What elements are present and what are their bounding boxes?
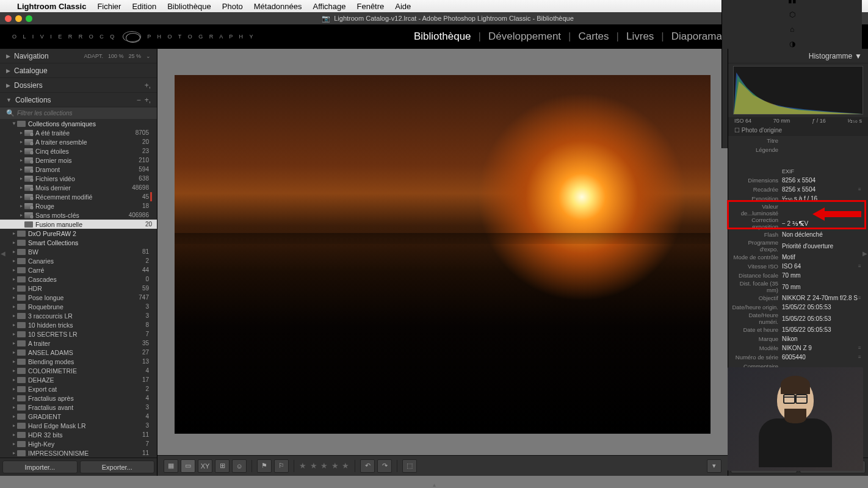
collections-filter-input[interactable] bbox=[17, 110, 151, 117]
tree-item[interactable]: ▸Export cat2 bbox=[0, 384, 157, 393]
menu-affichage[interactable]: Affichage bbox=[313, 2, 346, 11]
identity-plate[interactable]: O L I V I E R R O C Q P H O T O G R A P … bbox=[12, 31, 255, 42]
tree-item[interactable]: ▸Blending modes13 bbox=[0, 357, 157, 366]
chevron-down-icon[interactable]: ⌄ bbox=[146, 53, 151, 59]
status-icon[interactable]: ⌂ bbox=[790, 25, 794, 34]
flag-reject-icon[interactable]: ⚐ bbox=[274, 459, 289, 473]
tree-item[interactable]: ▸Récemment modifié45 bbox=[0, 192, 157, 201]
panel-catalogue[interactable]: ▶ Catalogue bbox=[0, 63, 157, 78]
tree-item[interactable]: ▸IMPRESSIONNISME11 bbox=[0, 448, 157, 458]
menu-edition[interactable]: Edition bbox=[132, 2, 156, 11]
loupe-view-icon[interactable]: ▭ bbox=[181, 459, 195, 473]
zoom-button[interactable] bbox=[26, 15, 32, 22]
tree-item[interactable]: ▸BW81 bbox=[0, 247, 157, 256]
minimize-button[interactable] bbox=[15, 15, 22, 22]
tree-item[interactable]: ▸A traiter35 bbox=[0, 339, 157, 348]
tree-item[interactable]: ▸10 hidden tricks8 bbox=[0, 320, 157, 329]
collections-search[interactable]: 🔍 bbox=[0, 107, 157, 119]
right-panel-toggle[interactable]: ▶ bbox=[862, 244, 868, 262]
tree-item-selected[interactable]: Fusion manuelle20 bbox=[0, 220, 157, 229]
remove-icon[interactable]: − bbox=[137, 96, 141, 104]
tree-item[interactable]: ▸High-Key7 bbox=[0, 439, 157, 448]
menu-fenetre[interactable]: Fenêtre bbox=[356, 2, 384, 11]
compare-view-icon[interactable]: XY bbox=[198, 459, 212, 473]
status-icon[interactable]: ◑ bbox=[789, 40, 795, 48]
module-diaporama[interactable]: Diaporama bbox=[671, 30, 722, 43]
tree-group[interactable]: ▼Collections dynamiques bbox=[0, 119, 157, 128]
tree-item[interactable]: ▸Hard Edge Mask LR3 bbox=[0, 421, 157, 430]
grid-view-icon[interactable]: ▦ bbox=[164, 459, 178, 473]
status-icon[interactable]: ▮▮ bbox=[788, 0, 797, 4]
rotate-right-icon[interactable]: ↷ bbox=[377, 459, 392, 473]
module-livres[interactable]: Livres bbox=[626, 30, 654, 43]
disclosure-icon[interactable]: ▶ bbox=[6, 53, 10, 59]
panel-navigation[interactable]: ▶ Navigation ADAPT. 100 % 25 % ⌄ bbox=[0, 49, 157, 63]
panel-histogram[interactable]: Histogramme ▼ bbox=[728, 49, 868, 63]
disclosure-icon[interactable]: ▼ bbox=[855, 52, 862, 60]
module-bibliotheque[interactable]: Bibliothèque bbox=[414, 30, 471, 43]
menu-aide[interactable]: Aide bbox=[395, 2, 411, 11]
tree-item[interactable]: ▸3 raccourcis LR3 bbox=[0, 311, 157, 320]
traffic-lights[interactable] bbox=[5, 15, 32, 22]
menu-photo[interactable]: Photo bbox=[222, 2, 243, 11]
sync-settings-icon[interactable]: ⬚ bbox=[402, 459, 417, 473]
tree-item[interactable]: ▸Mois dernier48698 bbox=[0, 183, 157, 192]
add-icon[interactable]: +, bbox=[145, 96, 151, 104]
toolbar-menu-icon[interactable]: ▾ bbox=[707, 459, 722, 473]
people-view-icon[interactable]: ☺ bbox=[232, 459, 247, 473]
app-menu[interactable]: Lightroom Classic bbox=[17, 2, 86, 11]
tree-item[interactable]: ▸ANSEL ADAMS27 bbox=[0, 348, 157, 357]
export-button[interactable]: Exporter... bbox=[80, 461, 155, 473]
image-viewer[interactable] bbox=[157, 49, 728, 455]
panel-collections[interactable]: ▼ Collections −+, bbox=[0, 93, 157, 107]
status-icon[interactable]: ⬡ bbox=[789, 10, 795, 19]
tree-item[interactable]: ▸COLORIMETRIE4 bbox=[0, 366, 157, 375]
tree-item[interactable]: ▸Fractalius après4 bbox=[0, 393, 157, 403]
original-photo-checkbox[interactable]: ☐ Photo d'origine bbox=[728, 124, 868, 136]
tree-item[interactable]: ▸Fichiers vidéo638 bbox=[0, 174, 157, 183]
tree-item[interactable]: ▸10 SECRETS LR7 bbox=[0, 329, 157, 339]
tree-item[interactable]: ▸GRADIENT4 bbox=[0, 412, 157, 421]
rotate-left-icon[interactable]: ↶ bbox=[360, 459, 375, 473]
tree-item[interactable]: ▸A été traitée8705 bbox=[0, 128, 157, 137]
tree-item[interactable]: ▸Cinq étoiles23 bbox=[0, 146, 157, 156]
tree-item[interactable]: ▸Dramont594 bbox=[0, 165, 157, 174]
preview-image[interactable] bbox=[175, 75, 711, 434]
rating-stars[interactable]: ★ ★ ★ ★ ★ bbox=[299, 461, 350, 470]
mac-menubar[interactable]: Lightroom Classic Fichier Edition Biblio… bbox=[0, 0, 868, 12]
tree-item[interactable]: ▸A traiter ensemble20 bbox=[0, 137, 157, 146]
disclosure-icon[interactable]: ▼ bbox=[6, 97, 12, 103]
tree-item[interactable]: ▸Cascades0 bbox=[0, 274, 157, 284]
histogram[interactable] bbox=[733, 66, 863, 115]
menu-bibliotheque[interactable]: Bibliothèque bbox=[167, 2, 211, 11]
menu-fichier[interactable]: Fichier bbox=[97, 2, 121, 11]
tree-item[interactable]: ▸Dernier mois210 bbox=[0, 156, 157, 165]
menu-metadonnees[interactable]: Métadonnées bbox=[254, 2, 302, 11]
tree-group[interactable]: ▸Smart Collections bbox=[0, 238, 157, 247]
flag-pick-icon[interactable]: ⚑ bbox=[257, 459, 272, 473]
tree-item[interactable]: ▸DEHAZE17 bbox=[0, 375, 157, 384]
survey-view-icon[interactable]: ⊞ bbox=[215, 459, 230, 473]
left-panel: ▶ Navigation ADAPT. 100 % 25 % ⌄ ▶ Catal… bbox=[0, 49, 157, 476]
tree-item[interactable]: ▸HDR 32 bits11 bbox=[0, 430, 157, 439]
tree-item[interactable]: ▸HDR59 bbox=[0, 284, 157, 293]
close-button[interactable] bbox=[5, 15, 12, 22]
tree-item[interactable]: ▸Pose longue747 bbox=[0, 293, 157, 302]
disclosure-icon[interactable]: ▶ bbox=[6, 82, 10, 88]
tree-item[interactable]: ▸Fractalius avant3 bbox=[0, 403, 157, 412]
tree-item[interactable]: ▸Sans mots-clés406986 bbox=[0, 210, 157, 220]
panel-dossiers[interactable]: ▶ Dossiers +, bbox=[0, 78, 157, 93]
tree-group[interactable]: ▸DxO PureRAW 2 bbox=[0, 229, 157, 238]
left-panel-toggle[interactable]: ◀ bbox=[0, 244, 6, 262]
module-developpement[interactable]: Développement bbox=[488, 30, 561, 43]
collections-tree[interactable]: ▼Collections dynamiques ▸A été traitée87… bbox=[0, 119, 157, 458]
disclosure-icon[interactable]: ▶ bbox=[6, 68, 10, 74]
add-folder-icon[interactable]: +, bbox=[145, 81, 151, 90]
import-button[interactable]: Importer... bbox=[2, 461, 78, 473]
tree-item[interactable]: ▸Carré44 bbox=[0, 265, 157, 274]
tree-item[interactable]: ▸Roquebrune3 bbox=[0, 302, 157, 311]
filmstrip-toggle-icon[interactable]: ▴ bbox=[433, 481, 436, 488]
tree-item[interactable]: ▸Rouge18 bbox=[0, 201, 157, 210]
tree-item[interactable]: ▸Canaries2 bbox=[0, 256, 157, 265]
module-cartes[interactable]: Cartes bbox=[579, 30, 609, 43]
